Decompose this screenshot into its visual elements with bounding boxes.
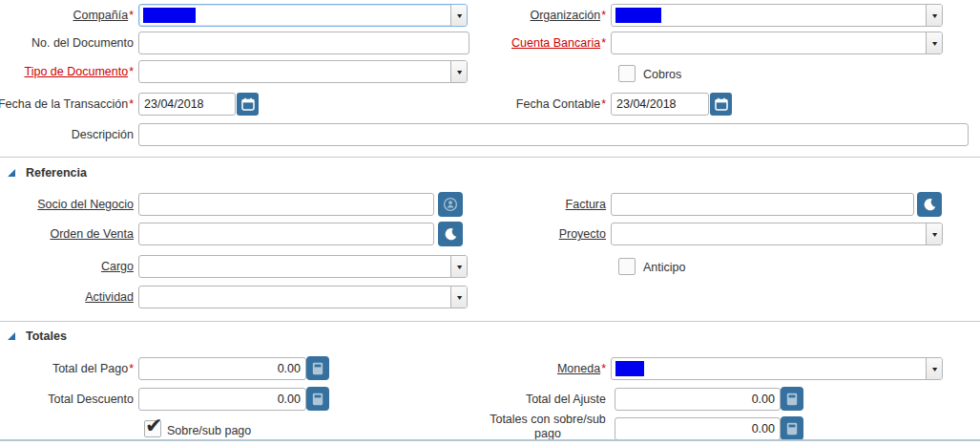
field-label-cargo[interactable]: Cargo	[0, 259, 134, 276]
no-documento-input[interactable]	[138, 32, 469, 54]
selected-text-highlight	[615, 361, 644, 376]
calculator-button[interactable]	[781, 387, 803, 411]
field-label-actividad[interactable]: Actividad	[0, 289, 134, 307]
chevron-down-icon[interactable]	[450, 256, 467, 277]
field-label-moneda[interactable]: Moneda*	[487, 361, 606, 378]
compania-combobox[interactable]	[138, 4, 468, 27]
bottom-divider	[0, 439, 980, 441]
collapse-triangle-icon[interactable]	[8, 332, 15, 340]
crescent-zoom-icon	[923, 198, 936, 211]
calculator-icon	[786, 422, 798, 435]
field-label-total-descuento: Total Descuento	[0, 392, 134, 409]
calendar-icon	[715, 97, 728, 111]
payment-form: Compañía* Organización* No. del Document…	[0, 0, 980, 446]
calculator-icon	[786, 393, 798, 406]
sobre-sub-pago-label: Sobre/sub pago	[167, 422, 251, 439]
anticipo-label: Anticipo	[643, 259, 685, 276]
calendar-button[interactable]	[710, 93, 732, 116]
chevron-down-icon[interactable]	[926, 32, 942, 53]
factura-input[interactable]	[611, 193, 914, 216]
proyecto-combobox[interactable]	[611, 223, 943, 245]
chevron-down-icon[interactable]	[450, 61, 467, 82]
totales-sobre-sub-input[interactable]	[615, 417, 781, 440]
organizacion-combobox[interactable]	[611, 4, 943, 27]
calendar-icon	[241, 97, 255, 111]
field-label-total-pago: Total del Pago*	[0, 361, 134, 378]
chevron-down-icon[interactable]	[926, 5, 942, 26]
actividad-combobox[interactable]	[138, 286, 468, 308]
field-label-factura[interactable]: Factura	[487, 197, 606, 214]
field-label-no-documento: No. del Documento	[0, 35, 134, 53]
field-label-cuenta-bancaria[interactable]: Cuenta Bancaria*	[487, 35, 606, 53]
calculator-button[interactable]	[306, 356, 329, 380]
chevron-down-icon[interactable]	[450, 5, 467, 26]
fecha-contable-input[interactable]	[611, 93, 709, 116]
field-label-proyecto[interactable]: Proyecto	[487, 226, 606, 244]
cargo-combobox[interactable]	[138, 255, 468, 278]
total-ajuste-input[interactable]	[615, 388, 781, 411]
descripcion-input[interactable]	[138, 123, 969, 146]
chevron-down-icon[interactable]	[926, 358, 942, 379]
total-descuento-input[interactable]	[138, 388, 306, 411]
section-divider	[0, 157, 980, 158]
calendar-button[interactable]	[237, 93, 259, 116]
cobros-checkbox[interactable]	[618, 65, 636, 82]
tipo-documento-combobox[interactable]	[138, 60, 468, 83]
calculator-icon	[312, 362, 323, 375]
chevron-down-icon[interactable]	[450, 287, 467, 308]
field-label-tipo-documento[interactable]: Tipo de Documento*	[0, 64, 134, 81]
collapse-triangle-icon[interactable]	[8, 169, 15, 177]
business-partner-icon	[443, 197, 458, 212]
field-label-descripcion: Descripción	[0, 127, 134, 144]
moneda-combobox[interactable]	[611, 357, 943, 380]
anticipo-checkbox[interactable]	[618, 258, 636, 275]
calculator-icon	[312, 393, 323, 406]
record-zoom-button[interactable]	[438, 222, 463, 246]
selected-text-highlight	[615, 8, 661, 23]
cuenta-bancaria-combobox[interactable]	[611, 32, 943, 54]
crescent-zoom-icon	[444, 227, 457, 241]
field-label-fecha-contable: Fecha Contable*	[487, 96, 606, 114]
record-zoom-button[interactable]	[917, 192, 942, 217]
field-label-compania[interactable]: Compañía*	[0, 8, 134, 25]
cobros-label: Cobros	[643, 66, 681, 83]
chevron-down-icon[interactable]	[926, 223, 942, 244]
field-label-total-ajuste: Total del Ajuste	[487, 392, 606, 409]
sobre-sub-pago-checkbox[interactable]	[144, 420, 161, 437]
orden-venta-input[interactable]	[138, 223, 434, 245]
business-partner-info-button[interactable]	[438, 192, 463, 217]
fecha-transaccion-input[interactable]	[138, 93, 236, 116]
section-divider	[0, 321, 980, 322]
field-label-fecha-transaccion: Fecha de la Transacción*	[0, 96, 134, 114]
field-label-organizacion[interactable]: Organización*	[487, 8, 606, 25]
calculator-button[interactable]	[306, 387, 329, 411]
total-pago-input[interactable]	[138, 357, 306, 380]
section-title-totales[interactable]: Totales	[26, 329, 67, 343]
section-title-referencia[interactable]: Referencia	[26, 166, 87, 180]
calculator-button[interactable]	[781, 416, 803, 440]
selected-text-highlight	[143, 8, 196, 23]
field-label-orden-venta[interactable]: Orden de Venta	[0, 226, 134, 244]
socio-negocio-input[interactable]	[138, 193, 434, 216]
field-label-totales-sobre-sub: Totales con sobre/sub pago	[487, 413, 609, 441]
field-label-socio-negocio[interactable]: Socio del Negocio	[0, 197, 134, 214]
